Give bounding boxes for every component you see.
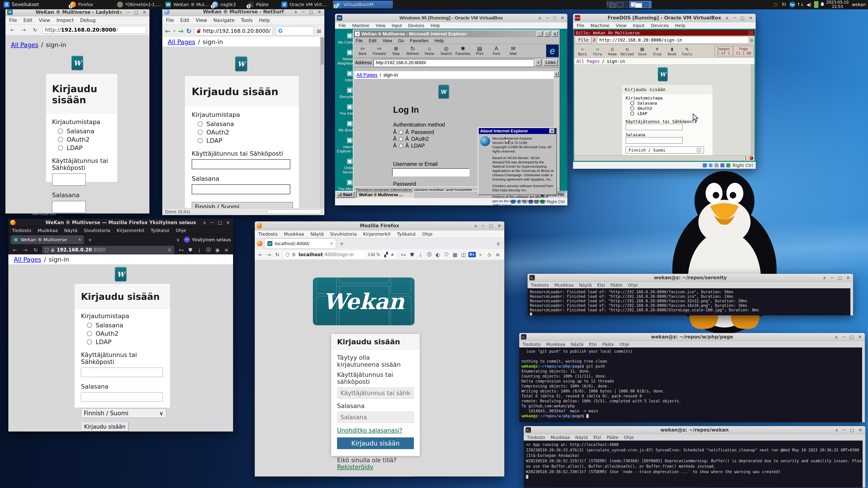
- dillo-titlebar[interactable]: Dillo: WeKan Â® Multiverse ✕: [574, 30, 754, 36]
- url-bar[interactable]: http://192.168.0.20:8000/sign-in: [597, 36, 749, 43]
- bookmark-star-icon[interactable]: ☆: [167, 247, 172, 253]
- shade-icon[interactable]: ∧: [725, 15, 729, 20]
- start-button[interactable]: Start: [336, 192, 354, 198]
- network-traffic-icon[interactable]: ↑↓: [797, 1, 804, 8]
- new-tab-icon[interactable]: +: [86, 236, 94, 243]
- shade-icon[interactable]: ∧: [538, 15, 541, 21]
- menu-item[interactable]: View: [616, 23, 626, 28]
- menu-item[interactable]: View: [382, 38, 392, 43]
- workspace-pager[interactable]: [606, 1, 651, 8]
- menu-item[interactable]: Tools: [241, 18, 253, 23]
- dark-mode-icon[interactable]: ◐: [434, 251, 442, 258]
- username-input[interactable]: [626, 124, 683, 130]
- back-icon[interactable]: ←: [165, 27, 170, 35]
- menu-item[interactable]: Muokkaa: [37, 228, 58, 233]
- terminal-scrollbar[interactable]: [850, 288, 853, 315]
- menu-item[interactable]: Muokkaa: [551, 435, 570, 440]
- language-select[interactable]: Suomi ∨: [337, 475, 414, 477]
- forward-icon[interactable]: →: [22, 246, 29, 254]
- back-icon[interactable]: ←: [257, 251, 264, 258]
- volume-icon[interactable]: ◀): [806, 1, 812, 8]
- shade-icon[interactable]: ∧: [294, 9, 298, 14]
- firefox-titlebar[interactable]: WeKan ® Multiverse — Mozilla Firefox Yks…: [8, 219, 233, 227]
- maximize-icon[interactable]: □: [554, 15, 556, 20]
- auth-method-radio[interactable]: LDAP: [197, 137, 292, 144]
- download-icon[interactable]: ⭳: [195, 246, 203, 254]
- menu-item[interactable]: Navigate: [213, 18, 235, 23]
- auth-method-radio[interactable]: LDAP: [58, 144, 112, 151]
- address-dropdown-icon[interactable]: ▾: [535, 59, 541, 66]
- menu-item[interactable]: Näytä: [64, 228, 77, 233]
- menu-item[interactable]: Help: [434, 38, 444, 43]
- shield-settings-icon[interactable]: ⛊: [186, 246, 194, 254]
- username-input[interactable]: [52, 173, 86, 186]
- ie-toolbar-button[interactable]: ✉ Mail: [505, 46, 522, 56]
- close-icon[interactable]: ✕: [859, 427, 862, 432]
- menu-item[interactable]: Edit: [180, 18, 189, 23]
- network-status-icon[interactable]: ⬡: [772, 1, 779, 8]
- select-dropdown-icon[interactable]: ▾: [697, 148, 701, 152]
- radio-icon[interactable]: [197, 138, 203, 143]
- menu-item[interactable]: File: [166, 18, 174, 23]
- close-icon[interactable]: ✕: [318, 9, 321, 14]
- shade-icon[interactable]: ∧: [835, 334, 838, 339]
- register-link[interactable]: Rekisteröidy: [337, 464, 373, 470]
- auth-method-radio[interactable]: Â Â OAuth2: [393, 136, 434, 142]
- menu-item[interactable]: Näytä: [571, 342, 583, 347]
- radio-icon[interactable]: [399, 130, 403, 134]
- menu-item[interactable]: Ohje: [176, 228, 186, 233]
- bug-meter-count[interactable]: 1: [743, 156, 748, 161]
- menu-item[interactable]: Devices: [408, 23, 424, 28]
- password-input[interactable]: [52, 201, 86, 213]
- menu-item[interactable]: Input: [633, 23, 645, 28]
- ie-titlebar[interactable]: e WeKan ® Multiverse - Microsoft Interne…: [354, 31, 559, 37]
- file-menu-button[interactable]: File: [576, 37, 591, 43]
- maximize-icon[interactable]: □: [850, 427, 854, 432]
- password-input[interactable]: [81, 392, 163, 402]
- page-info-icon[interactable]: 🗎: [291, 252, 296, 257]
- password-input[interactable]: [337, 412, 414, 423]
- workspace-2-active[interactable]: [629, 1, 651, 8]
- menu-item[interactable]: Etsi: [589, 342, 597, 347]
- taskbar-task-firefox[interactable]: 3 Firefox: [68, 1, 118, 8]
- win95-vm-titlebar[interactable]: 95 Windows 95 [Running] - Oracle VM Virt…: [335, 14, 567, 22]
- menu-icon[interactable]: ≡: [316, 27, 322, 35]
- back-icon[interactable]: ←: [11, 246, 19, 254]
- maximize-icon[interactable]: □: [849, 334, 854, 339]
- all-pages-link[interactable]: All Pages: [168, 38, 195, 45]
- address-input[interactable]: http://192.168.0.20:8000/: [373, 59, 533, 66]
- menu-icon[interactable]: ≡: [223, 246, 230, 254]
- hp-tools-icon[interactable]: hp: [789, 2, 795, 7]
- radio-icon[interactable]: [58, 137, 63, 142]
- language-select[interactable]: Finnish / Suomi ▾: [626, 147, 704, 153]
- menu-item[interactable]: Etsi: [593, 435, 601, 440]
- shade-icon[interactable]: ∧: [203, 220, 206, 225]
- menu-item[interactable]: Tiedosto: [12, 228, 31, 233]
- shade-icon[interactable]: ∧: [835, 427, 838, 432]
- menu-item[interactable]: Help: [259, 18, 270, 23]
- menu-item[interactable]: Ohje: [624, 435, 634, 440]
- close-icon[interactable]: ✕: [226, 220, 230, 225]
- freedos-vm-titlebar[interactable]: DOS FreeDOS [Running] - Oracle VM Virtua…: [573, 14, 756, 22]
- tracking-shield-icon[interactable]: [286, 253, 289, 257]
- stylus-badge-icon[interactable]: Ⓢ: [205, 246, 212, 254]
- url-bar[interactable]: http://192.168.0.20:8000/: [42, 26, 146, 34]
- lockwise-icon[interactable]: 🗝: [400, 251, 407, 258]
- terminal-output[interactable]: (use "git push" to publish your local co…: [519, 348, 865, 422]
- tab-close-icon[interactable]: ✕: [330, 241, 333, 246]
- radio-icon[interactable]: [399, 137, 403, 141]
- sidebar-icon[interactable]: ◫: [460, 251, 467, 258]
- clock[interactable]: 2023-05-10 22:53: [827, 0, 849, 9]
- ie-toolbar-button[interactable]: ▤ Print: [471, 46, 488, 56]
- close-icon[interactable]: ✕: [143, 10, 146, 15]
- minimize-icon[interactable]: ─: [831, 275, 833, 280]
- username-input[interactable]: [192, 159, 290, 169]
- all-pages-link[interactable]: All Pages: [14, 256, 41, 263]
- tracking-shield-icon[interactable]: [45, 248, 49, 252]
- url-bar[interactable]: 192.168.0.20:8000 ☆: [42, 246, 174, 254]
- radio-icon[interactable]: [630, 106, 634, 110]
- clear-url-icon[interactable]: ✗: [593, 37, 596, 43]
- all-pages-link[interactable]: All Pages: [11, 41, 38, 48]
- close-button[interactable]: X: [549, 129, 555, 133]
- minimize-icon[interactable]: ─: [546, 15, 549, 20]
